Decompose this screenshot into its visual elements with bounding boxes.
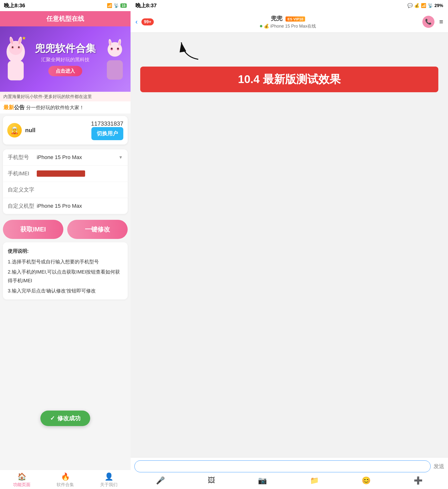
- instruction-step-3: 3.输入完毕后点击'确认修改'按钮即可修改: [8, 286, 123, 295]
- test-result-banner: 10.4 最新版测试效果: [140, 66, 438, 92]
- status-bar-right: 晚上8:37 💬 💰 📶 📡 29%: [131, 0, 448, 11]
- instructions: 使用说明: 1.选择手机型号或自行输入想要的手机型号 2.输入手机的IMEI,可…: [3, 242, 128, 299]
- nav-label-software: 软件合集: [56, 482, 74, 488]
- wifi-icon: 📡: [114, 3, 119, 8]
- banner-deco-left: ★: [0, 26, 32, 92]
- chat-input-bar: 发送 🎤 🖼 📷 📁 😊 ➕: [131, 457, 448, 489]
- svg-text:★: ★: [22, 35, 26, 41]
- vip-badge: ES VIP10: [286, 17, 305, 22]
- chat-title-block: 兜兜 ES VIP10 💰 iPhone 15 Pro Max在线: [158, 15, 418, 29]
- wifi-right-icon: 📡: [428, 3, 433, 8]
- nav-item-software[interactable]: 🔥 软件合集: [44, 472, 87, 488]
- user-info: 🧝 null: [7, 123, 36, 138]
- instruction-step-1: 1.选择手机型号或自行输入想要的手机型号: [8, 257, 123, 266]
- input-tools: 🎤 🖼 📷 📁 😊 ➕: [134, 475, 444, 486]
- emoji-icon[interactable]: 😊: [362, 476, 371, 485]
- username: null: [25, 127, 36, 134]
- chat-input-row: 发送: [134, 460, 444, 472]
- send-button[interactable]: 发送: [433, 463, 444, 470]
- app-title: 任意机型在线: [46, 15, 84, 22]
- online-status: 💰 iPhone 15 Pro Max在线: [158, 23, 418, 29]
- back-button[interactable]: ‹: [135, 18, 137, 26]
- home-icon: 🏠: [17, 472, 26, 481]
- anime-char-right-icon: [102, 34, 128, 84]
- get-imei-button[interactable]: 获取IMEI: [3, 220, 63, 239]
- status-bar-left: 晚上8:36 📶 📡 15: [0, 0, 131, 11]
- online-dot: [260, 25, 262, 27]
- person-icon: 👤: [104, 472, 113, 481]
- banner-deco-right: [99, 26, 131, 92]
- time-right: 晚上8:37: [135, 2, 157, 9]
- banner-title: 兜兜软件合集: [35, 42, 96, 55]
- instruction-step-2: 2.输入手机的IMEI,可以点击获取IMEI按钮查看如何获得手机IMEI: [8, 267, 123, 285]
- alipay-icon: 💰: [414, 3, 419, 8]
- time-left: 晚上8:36: [4, 2, 25, 9]
- svg-rect-21: [107, 60, 123, 80]
- form-label-model: 手机型号: [8, 154, 37, 161]
- svg-point-15: [111, 48, 112, 49]
- left-phone-panel: 晚上8:36 📶 📡 15 任意机型在线: [0, 0, 131, 489]
- banner-desc: 内置海量好玩小软件-更多好玩的软件都在这里: [0, 92, 131, 101]
- microphone-icon[interactable]: 🎤: [156, 476, 165, 485]
- chat-input[interactable]: [134, 460, 431, 472]
- arrow-icon: [174, 38, 203, 62]
- user-right: 1173331837 切换用户: [91, 120, 123, 140]
- chat-actions: 📞 ≡: [422, 16, 443, 28]
- toast-icon: ✓: [50, 415, 55, 422]
- phone-icon: 📞: [425, 19, 432, 25]
- form-row-model: 手机型号 iPhone 15 Pro Max ▼: [3, 149, 128, 166]
- arrow-annotation: [174, 38, 203, 62]
- nav-item-home[interactable]: 🏠 功能页面: [0, 472, 44, 488]
- gallery-icon[interactable]: 🖼: [208, 476, 215, 485]
- user-card: 🧝 null 1173331837 切换用户: [3, 116, 128, 145]
- banner[interactable]: ★ 兜兜软件合集 汇聚全网好玩的黑科技 点击进入: [0, 26, 131, 92]
- file-icon[interactable]: 📁: [310, 476, 319, 485]
- menu-button[interactable]: ≡: [439, 18, 443, 26]
- svg-point-5: [18, 47, 20, 48]
- fire-icon: 🔥: [61, 472, 70, 481]
- nav-label-about: 关于我们: [100, 482, 118, 488]
- left-panel-content: ★ 兜兜软件合集 汇聚全网好玩的黑科技 点击进入: [0, 26, 131, 470]
- one-key-modify-button[interactable]: 一键修改: [67, 220, 128, 239]
- notice-bar: 最新公告 分一些好玩的软件给大家！: [0, 101, 131, 114]
- form-value-model: iPhone 15 Pro Max: [37, 154, 117, 160]
- money-icon: 💰: [264, 24, 269, 29]
- bottom-nav: 🏠 功能页面 🔥 软件合集 👤 关于我们: [0, 470, 131, 489]
- switch-user-button[interactable]: 切换用户: [91, 127, 123, 140]
- svg-point-4: [12, 47, 13, 48]
- form-row-custom-text: 自定义文字: [3, 182, 128, 198]
- battery-left: 15: [120, 3, 127, 8]
- notice-prefix: 最新: [3, 104, 14, 110]
- banner-button[interactable]: 点击进入: [48, 66, 82, 76]
- online-text: 💰 iPhone 15 Pro Max在线: [264, 23, 316, 29]
- user-id: 1173331837: [91, 120, 123, 127]
- unread-badge: 99+: [141, 18, 154, 25]
- camera-icon[interactable]: 📷: [258, 476, 267, 485]
- bottom-spacer: [0, 299, 131, 319]
- form-label-custom-model: 自定义机型: [8, 202, 37, 210]
- chat-name: 兜兜 ES VIP10: [158, 15, 418, 22]
- chat-body: 10.4 最新版测试效果: [131, 33, 448, 457]
- battery-right: 29%: [434, 3, 443, 8]
- dropdown-arrow-icon[interactable]: ▼: [119, 155, 123, 160]
- form-value-custom-model: iPhone 15 Pro Max: [37, 203, 123, 209]
- status-icons-right: 💬 💰 📶 📡 29%: [407, 3, 443, 8]
- instructions-title: 使用说明:: [8, 247, 123, 255]
- phone-button[interactable]: 📞: [422, 16, 434, 28]
- banner-subtitle: 汇聚全网好玩的黑科技: [41, 56, 89, 63]
- notice-text-label: 公告: [14, 104, 25, 110]
- form-row-imei: 手机IMEI: [3, 166, 128, 182]
- signal-icon: 📶: [107, 3, 112, 8]
- anime-char-left-icon: ★: [2, 33, 29, 86]
- form-label-custom-text: 自定义文字: [8, 186, 37, 193]
- form-row-custom-model: 自定义机型 iPhone 15 Pro Max: [3, 198, 128, 214]
- nav-label-home: 功能页面: [13, 482, 31, 488]
- nav-item-about[interactable]: 👤 关于我们: [87, 472, 131, 488]
- success-toast: ✓ 修改成功: [40, 411, 90, 426]
- imei-redacted-value[interactable]: [37, 170, 85, 177]
- chat-header: ‹ 99+ 兜兜 ES VIP10 💰 iPhone 15 Pro Max在线 …: [131, 11, 448, 33]
- notice-text: 分一些好玩的软件给大家！: [26, 104, 84, 111]
- action-buttons: 获取IMEI 一键修改: [3, 220, 128, 239]
- app-header: 任意机型在线: [0, 11, 131, 26]
- more-icon[interactable]: ➕: [414, 476, 423, 485]
